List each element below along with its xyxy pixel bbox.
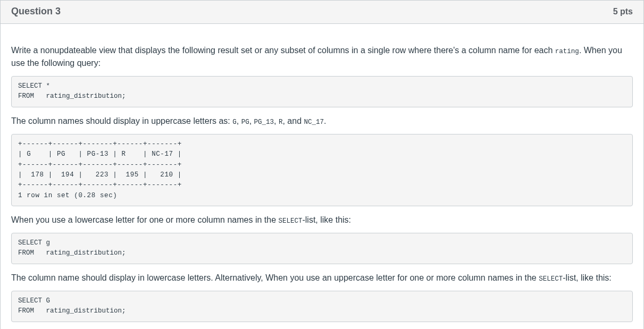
- inline-code-g: G: [232, 119, 237, 126]
- sep2: ,: [249, 116, 254, 125]
- columns-text-b: .: [324, 116, 326, 125]
- code-block-query1: SELECT * FROM rating_distribution;: [11, 76, 633, 107]
- sep3: ,: [274, 116, 279, 125]
- lowercase-text-a: When you use a lowercase letter for one …: [11, 215, 278, 224]
- uppercase-text-a: The column name should display in lowerc…: [11, 273, 539, 282]
- question-points: 5 pts: [613, 7, 633, 16]
- uppercase-paragraph: The column name should display in lowerc…: [11, 272, 633, 284]
- code-block-query2: SELECT g FROM rating_distribution;: [11, 233, 633, 264]
- question-title: Question 3: [11, 6, 61, 17]
- inline-code-pg13: PG_13: [254, 119, 274, 126]
- inline-code-rating: rating: [555, 48, 579, 55]
- inline-code-select1: SELECT: [278, 217, 302, 225]
- uppercase-text-b: -list, like this:: [563, 273, 612, 282]
- inline-code-nc17: NC_17: [304, 119, 324, 126]
- inline-code-select2: SELECT: [539, 275, 563, 283]
- code-block-query3: SELECT G FROM rating_distribution;: [11, 291, 633, 322]
- columns-text-a: The column names should display in upper…: [11, 116, 232, 125]
- lowercase-text-b: -list, like this:: [302, 215, 351, 224]
- columns-paragraph: The column names should display in upper…: [11, 115, 633, 128]
- question-card: Question 3 5 pts Write a nonupdateable v…: [0, 0, 644, 329]
- inline-code-pg: PG: [241, 119, 249, 126]
- code-block-resultset: +------+------+-------+------+-------+ |…: [11, 134, 633, 206]
- sep4: , and: [282, 116, 304, 125]
- lowercase-paragraph: When you use a lowercase letter for one …: [11, 214, 633, 226]
- question-header: Question 3 5 pts: [1, 1, 643, 24]
- intro-paragraph: Write a nonupdateable view that displays…: [11, 44, 633, 70]
- intro-text-a: Write a nonupdateable view that displays…: [11, 46, 555, 55]
- question-body: Write a nonupdateable view that displays…: [1, 24, 643, 329]
- sep1: ,: [237, 116, 241, 125]
